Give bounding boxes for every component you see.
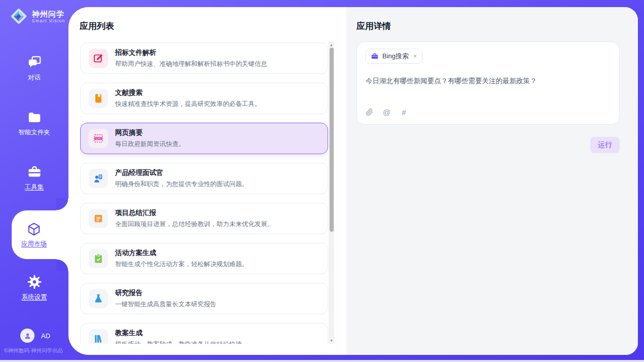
- app-card-description: 模板驱动，教案秒成，教学准备从此轻松快捷: [115, 340, 242, 344]
- pen-square-icon: [89, 49, 108, 68]
- gem-diamond-icon: [9, 7, 28, 26]
- app-card-5[interactable]: 项目总结汇报全面回顾项目进展，总结经验教训，助力未来优化发展。: [80, 203, 328, 234]
- scrollbar-thumb[interactable]: [330, 48, 334, 232]
- scroll-up-arrow-icon[interactable]: ▲: [329, 42, 334, 48]
- app-detail-panel: 应用详情 Bing搜索 × 今日湖北有哪些新闻要点？有哪些需要关注的最新政策？: [346, 7, 638, 355]
- prompt-query-text[interactable]: 今日湖北有哪些新闻要点？有哪些需要关注的最新政策？: [366, 77, 611, 86]
- app-card-title: 教案生成: [115, 329, 242, 338]
- app-card-title: 文献搜索: [115, 88, 261, 97]
- app-card-description: 帮助用户快速、准确地理解和解析招标书中的关键信息: [115, 60, 267, 68]
- app-card-description: 智能生成个性化活动方案，轻松解决规划难题。: [115, 260, 248, 269]
- app-card-6[interactable]: 活动方案生成智能生成个性化活动方案，轻松解决规划难题。: [80, 243, 328, 274]
- chip-close-icon[interactable]: ×: [413, 53, 417, 60]
- chat-icon: [27, 55, 42, 70]
- prompt-toolbar: @ #: [365, 108, 408, 117]
- prompt-input[interactable]: Bing搜索 × 今日湖北有哪些新闻要点？有哪些需要关注的最新政策？ @ #: [356, 42, 620, 125]
- browser-code-icon: </>: [89, 129, 108, 148]
- app-card-title: 产品经理面试官: [115, 168, 248, 177]
- app-window: { "brand": { "name": "神州问学", "subtitle":…: [0, 0, 644, 362]
- briefcase-icon: [371, 52, 379, 60]
- main-content: 应用列表 招标文件解析帮助用户快速、准确地理解和解析招标书中的关键信息文献搜索快…: [68, 7, 638, 355]
- app-detail-title: 应用详情: [356, 20, 391, 32]
- sidebar-item-chat[interactable]: 对话: [0, 55, 68, 82]
- cube-icon: [26, 222, 42, 237]
- app-card-2[interactable]: 文献搜索快速精准查找学术资源，提高研究效率的必备工具。: [80, 83, 328, 114]
- app-card-description: 一键智能生成高质量长文本研究报告: [115, 300, 217, 309]
- user-account[interactable]: AD: [20, 329, 50, 343]
- sidebar-item-label: 工具集: [25, 183, 44, 192]
- tool-chip-label: Bing搜索: [382, 52, 409, 61]
- book-icon: [89, 89, 108, 108]
- clipboard-check-icon: [89, 249, 108, 268]
- person-icon: [23, 331, 32, 341]
- app-card-title: 活动方案生成: [115, 248, 248, 258]
- app-card-7[interactable]: 研究报告一键智能生成高质量长文本研究报告: [80, 283, 328, 314]
- app-card-description: 全面回顾项目进展，总结经验教训，助力未来优化发展。: [115, 220, 274, 229]
- app-list-title: 应用列表: [80, 20, 114, 32]
- app-card-4[interactable]: 产品经理面试官明确身份和职责，为您提供专业性的面试问题。: [80, 163, 328, 194]
- folder-icon: [27, 110, 42, 125]
- app-card-3[interactable]: </>网页摘要每日政府新闻资讯快查。: [80, 123, 328, 154]
- mention-icon[interactable]: @: [382, 108, 391, 117]
- app-list-panel: 应用列表 招标文件解析帮助用户快速、准确地理解和解析招标书中的关键信息文献搜索快…: [68, 7, 346, 355]
- app-card-list: 招标文件解析帮助用户快速、准确地理解和解析招标书中的关键信息文献搜索快速精准查找…: [80, 42, 328, 344]
- user-initials: AD: [41, 332, 50, 340]
- brand-subtitle: Smart Vision: [32, 18, 65, 23]
- sidebar-item-folders[interactable]: 智能文件夹: [0, 110, 68, 137]
- sidebar-item-settings[interactable]: 系统设置: [0, 274, 68, 302]
- copyright-text: ©神州数码·神州问学出品: [4, 347, 63, 354]
- app-card-8[interactable]: 教案生成模板驱动，教案秒成，教学准备从此轻松快捷: [80, 323, 328, 344]
- sidebar-item-label: 系统设置: [22, 293, 47, 302]
- books-icon: [89, 329, 108, 344]
- flask-icon: [89, 289, 108, 308]
- app-card-title: 网页摘要: [115, 128, 185, 137]
- sidebar-item-toolset[interactable]: 工具集: [0, 164, 68, 192]
- app-card-description: 快速精准查找学术资源，提高研究效率的必备工具。: [115, 100, 261, 108]
- sidebar-item-label: 对话: [28, 74, 41, 82]
- attachment-icon[interactable]: [365, 108, 374, 117]
- run-button[interactable]: 运行: [590, 137, 620, 153]
- toolbox-icon: [27, 164, 42, 179]
- sidebar-item-label: 智能文件夹: [18, 128, 50, 137]
- brand-name: 神州问学: [32, 10, 65, 18]
- app-card-title: 招标文件解析: [115, 48, 267, 57]
- scrollbar[interactable]: ▲ ▼: [329, 42, 334, 344]
- brand-logo: 神州问学 Smart Vision: [9, 7, 65, 26]
- app-card-title: 研究报告: [115, 288, 217, 298]
- sidebar-item-label: 应用市场: [21, 240, 47, 248]
- hash-icon[interactable]: #: [400, 108, 408, 117]
- app-card-description: 明确身份和职责，为您提供专业性的面试问题。: [115, 180, 248, 189]
- note-lines-icon: [89, 209, 108, 228]
- app-card-title: 项目总结汇报: [115, 208, 274, 218]
- sidebar-item-market[interactable]: 应用市场: [12, 210, 68, 259]
- avatar: [20, 329, 34, 343]
- svg-text:</>: </>: [96, 137, 100, 140]
- bottom-edge-strip: [0, 360, 644, 362]
- tool-chip-bing-search[interactable]: Bing搜索 ×: [365, 49, 422, 64]
- gear-icon: [27, 274, 42, 289]
- interviewer-icon: [89, 169, 108, 188]
- app-card-description: 每日政府新闻资讯快查。: [115, 140, 185, 149]
- scroll-down-arrow-icon[interactable]: ▼: [329, 338, 334, 343]
- app-card-1[interactable]: 招标文件解析帮助用户快速、准确地理解和解析招标书中的关键信息: [80, 43, 328, 74]
- sidebar: 神州问学 Smart Vision 对话智能文件夹工具集应用市场系统设置 AD …: [0, 0, 68, 362]
